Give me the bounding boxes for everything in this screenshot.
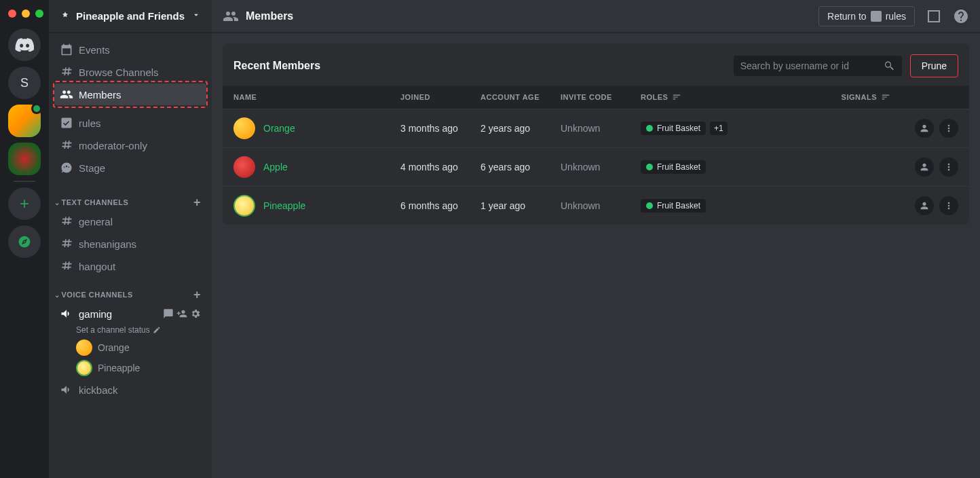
cell-joined: 4 months ago <box>400 162 480 172</box>
more-actions-button[interactable] <box>939 119 958 138</box>
nav-events[interactable]: Events <box>54 39 206 60</box>
explore-servers-button[interactable] <box>8 225 41 258</box>
prune-button[interactable]: Prune <box>910 54 958 77</box>
add-server-button[interactable]: + <box>8 187 41 220</box>
user-action-button[interactable] <box>915 158 934 177</box>
server-name: Pineapple and Friends <box>76 10 185 22</box>
server-separator <box>14 181 35 182</box>
table-row[interactable]: Orange 3 months ago 2 years ago Unknown … <box>223 109 969 147</box>
th-joined[interactable]: JOINED <box>400 92 480 102</box>
th-invite[interactable]: INVITE CODE <box>561 92 641 102</box>
gear-icon[interactable] <box>190 308 201 319</box>
return-to-button[interactable]: Return to rules <box>818 6 915 26</box>
role-dot-icon <box>646 125 653 132</box>
cell-roles: Fruit Basket +1 <box>641 122 797 135</box>
avatar-orange <box>76 339 92 356</box>
chevron-down-icon <box>191 10 201 22</box>
voice-user-pineapple-label: Pineapple <box>98 363 140 373</box>
category-voice-label: VOICE CHANNELS <box>62 291 133 299</box>
avatar <box>233 195 255 217</box>
channel-stage[interactable]: Stage <box>54 157 206 179</box>
search-box[interactable] <box>734 56 902 76</box>
highlight-annotation <box>53 81 208 108</box>
return-prefix: Return to <box>827 11 867 22</box>
speaker-icon <box>60 307 73 320</box>
th-name[interactable]: NAME <box>233 92 400 102</box>
window-maximize[interactable] <box>35 10 43 18</box>
category-text[interactable]: ⌄ TEXT CHANNELS + <box>49 185 212 210</box>
channel-sidebar: Pineapple and Friends Events Browse Chan… <box>49 0 212 478</box>
role-extra[interactable]: +1 <box>710 122 728 135</box>
avatar-pineapple <box>76 360 92 376</box>
window-close[interactable] <box>8 10 16 18</box>
discord-logo-icon <box>15 38 34 52</box>
cell-age: 6 years ago <box>480 162 561 172</box>
voice-user-orange[interactable]: Orange <box>49 337 212 358</box>
add-voice-channel-button[interactable]: + <box>193 289 201 301</box>
user-action-button[interactable] <box>915 119 934 138</box>
server-header-dropdown[interactable]: Pineapple and Friends <box>49 0 212 33</box>
channel-gaming[interactable]: gaming <box>54 303 206 325</box>
members-panel: Recent Members Prune NAME JOINED ACCOUNT… <box>223 43 969 225</box>
more-actions-button[interactable] <box>939 196 958 215</box>
channel-shenanigans-label: shenanigans <box>79 238 136 250</box>
main-content: Members Return to rules Recent Members <box>212 0 980 478</box>
pencil-icon <box>153 326 161 334</box>
gaming-status[interactable]: Set a channel status <box>49 325 212 337</box>
chevron-down-icon: ⌄ <box>54 291 60 299</box>
nav-members-label: Members <box>79 89 121 100</box>
more-vertical-icon <box>943 162 954 172</box>
table-row[interactable]: Apple 4 months ago 6 years ago Unknown F… <box>223 147 969 186</box>
search-input[interactable] <box>740 60 883 71</box>
avatar <box>233 156 255 178</box>
channel-moderator[interactable]: moderator-only <box>54 134 206 156</box>
rules-icon <box>871 11 882 22</box>
cell-actions <box>890 119 958 138</box>
channel-shenanigans[interactable]: shenanigans <box>54 233 206 255</box>
members-table: NAME JOINED ACCOUNT AGE INVITE CODE ROLE… <box>223 86 969 225</box>
role-pill[interactable]: Fruit Basket <box>641 199 706 213</box>
server-s[interactable]: S <box>8 67 41 99</box>
table-header: NAME JOINED ACCOUNT AGE INVITE CODE ROLE… <box>223 86 969 109</box>
user-action-button[interactable] <box>915 196 934 215</box>
hash-icon <box>60 215 73 228</box>
panel-title: Recent Members <box>233 60 320 72</box>
channel-rules[interactable]: rules <box>54 112 206 134</box>
page-title: Members <box>246 10 293 22</box>
add-channel-button[interactable]: + <box>193 196 201 208</box>
chat-icon[interactable] <box>163 308 174 319</box>
server-rail: S + <box>0 0 49 478</box>
server-pineapple[interactable] <box>8 105 41 137</box>
channel-hangout[interactable]: hangout <box>54 255 206 277</box>
server-apple[interactable] <box>8 143 41 175</box>
voice-user-pineapple[interactable]: Pineapple <box>49 358 212 378</box>
role-dot-icon <box>646 164 653 170</box>
window-controls <box>8 10 43 18</box>
discord-home-button[interactable] <box>8 29 41 61</box>
window-minimize[interactable] <box>22 10 30 18</box>
return-target: rules <box>886 11 906 22</box>
nav-members[interactable]: Members <box>54 84 206 105</box>
channel-kickback[interactable]: kickback <box>54 379 206 401</box>
role-pill[interactable]: Fruit Basket <box>641 122 706 135</box>
cell-age: 2 years ago <box>480 123 561 134</box>
role-pill[interactable]: Fruit Basket <box>641 160 706 174</box>
inbox-icon[interactable] <box>926 8 942 24</box>
th-age[interactable]: ACCOUNT AGE <box>480 92 561 102</box>
th-signals[interactable]: SIGNALS <box>797 92 890 102</box>
cell-actions <box>890 196 958 215</box>
chevron-down-icon: ⌄ <box>54 199 60 206</box>
username: Pineapple <box>263 200 305 211</box>
cell-invite: Unknown <box>561 123 641 134</box>
help-icon[interactable] <box>953 8 969 24</box>
channel-general[interactable]: general <box>54 210 206 232</box>
channel-hangout-label: hangout <box>79 261 115 272</box>
more-actions-button[interactable] <box>939 158 958 177</box>
category-voice[interactable]: ⌄ VOICE CHANNELS + <box>49 278 212 302</box>
invite-icon[interactable] <box>176 308 187 319</box>
table-row[interactable]: Pineapple 6 months ago 1 year ago Unknow… <box>223 186 969 225</box>
content-area: Recent Members Prune NAME JOINED ACCOUNT… <box>212 33 980 478</box>
cell-joined: 3 months ago <box>400 123 480 134</box>
th-roles[interactable]: ROLES <box>641 92 797 102</box>
nav-browse-channels[interactable]: Browse Channels <box>54 61 206 83</box>
